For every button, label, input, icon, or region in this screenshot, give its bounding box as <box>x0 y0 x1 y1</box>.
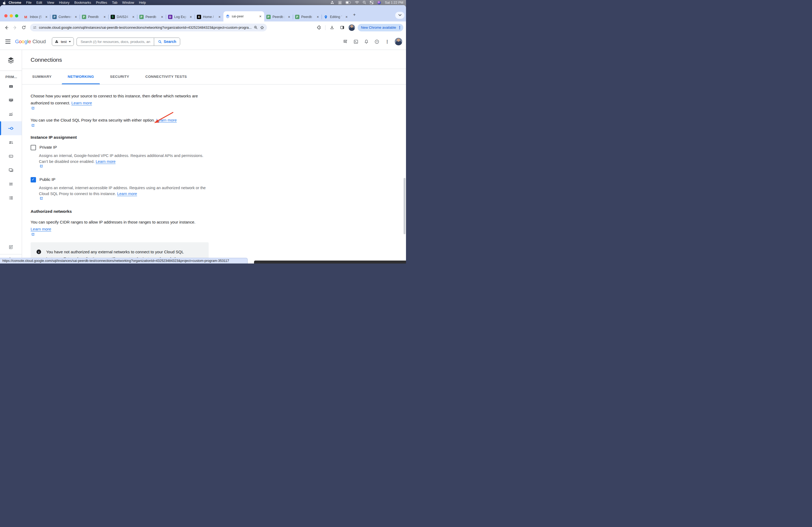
tab-search-button[interactable] <box>395 12 404 19</box>
sidebar-item-replicas[interactable] <box>0 177 22 191</box>
minimize-window-button[interactable] <box>10 14 13 17</box>
tab-x-home[interactable]: X Home / × <box>195 12 223 21</box>
chrome-update-chip[interactable]: New Chrome available ⋮ <box>358 24 403 31</box>
apple-icon[interactable] <box>3 1 6 4</box>
sidebar-item-connections[interactable] <box>0 121 22 135</box>
menubar-item-tab[interactable]: Tab <box>110 1 120 4</box>
sidebar-item-overview[interactable] <box>0 79 22 93</box>
battery-icon[interactable] <box>346 1 351 4</box>
search-icon <box>158 40 162 44</box>
tab-close-icon[interactable]: × <box>45 15 48 19</box>
navigation-menu-icon[interactable] <box>4 37 13 46</box>
peerdb-icon: P <box>295 15 300 19</box>
public-ip-checkbox[interactable] <box>31 177 36 182</box>
cloud-shell-icon[interactable] <box>352 37 360 46</box>
close-window-button[interactable] <box>4 14 8 17</box>
whats-new-icon[interactable] <box>341 37 349 46</box>
downloads-icon[interactable] <box>328 24 336 31</box>
back-button[interactable] <box>3 24 10 31</box>
address-bar[interactable]: console.cloud.google.com/sql/instances/s… <box>30 24 267 31</box>
tab-networking[interactable]: NETWORKING <box>62 69 100 84</box>
chrome-profile-avatar[interactable] <box>349 25 355 31</box>
private-ip-checkbox[interactable] <box>31 145 36 150</box>
new-tab-button[interactable]: + <box>350 12 359 18</box>
tab-connectivity-tests[interactable]: CONNECTIVITY TESTS <box>139 69 193 84</box>
tab-sai-peerdb-active[interactable]: sai-peer × <box>223 11 264 21</box>
tab-close-icon[interactable]: × <box>345 15 348 19</box>
sidebar-item-databases[interactable] <box>0 149 22 163</box>
macos-menubar: Chrome File Edit View History Bookmarks … <box>0 0 406 5</box>
authorized-networks-description: You can specify CIDR ranges to allow IP … <box>31 219 206 236</box>
wifi-icon[interactable] <box>355 1 359 4</box>
tab-close-icon[interactable]: × <box>218 15 221 19</box>
tab-close-icon[interactable]: × <box>189 15 192 19</box>
app-status-icon[interactable] <box>338 1 342 4</box>
tab-peerdb-4[interactable]: P Peerdb × <box>293 12 322 21</box>
side-panel-icon[interactable] <box>338 24 346 31</box>
sidebar-item-release-notes[interactable] <box>0 240 22 254</box>
gcp-search: Search <box>76 37 180 46</box>
private-ip-label[interactable]: Private IP <box>40 145 57 150</box>
page-scrollbar[interactable] <box>404 178 405 234</box>
tab-close-icon[interactable]: × <box>132 15 135 19</box>
reload-button[interactable] <box>20 24 27 31</box>
tab-close-icon[interactable]: × <box>74 15 77 19</box>
zoom-window-button[interactable] <box>15 14 18 17</box>
menubar-item-bookmarks[interactable]: Bookmarks <box>72 1 94 4</box>
stage-manager-icon[interactable] <box>331 1 334 4</box>
account-avatar[interactable] <box>395 38 402 45</box>
help-icon[interactable]: ? <box>373 37 381 46</box>
ip-assignment-heading: Instance IP assignment <box>31 135 406 140</box>
tab-peerdb-1[interactable]: P Peerdb × <box>80 12 108 21</box>
sidebar-item-operations[interactable] <box>0 191 22 205</box>
tab-log-explorer[interactable]: D Log Expl × <box>166 12 195 21</box>
sidebar-item-users[interactable] <box>0 135 22 149</box>
extensions-icon[interactable] <box>315 24 322 31</box>
menubar-item-history[interactable]: History <box>57 1 72 4</box>
more-options-icon[interactable]: ⋮ <box>383 37 391 46</box>
sidebar-item-observability[interactable] <box>0 93 22 107</box>
menubar-item-file[interactable]: File <box>24 1 34 4</box>
url-text[interactable]: console.cloud.google.com/sql/instances/s… <box>39 26 251 30</box>
public-ip-label[interactable]: Public IP <box>40 177 55 182</box>
tab-peerdb-2[interactable]: P Peerdb × <box>137 12 166 21</box>
spotlight-icon[interactable] <box>363 1 366 4</box>
sidebar-item-monitoring[interactable] <box>0 107 22 121</box>
learn-more-link[interactable]: Learn more <box>31 227 206 236</box>
tab-security[interactable]: SECURITY <box>104 69 135 84</box>
sidebar-item-backups[interactable] <box>0 163 22 177</box>
bookmark-star-icon[interactable] <box>260 26 264 30</box>
menubar-item-window[interactable]: Window <box>120 1 136 4</box>
tab-inbox[interactable]: M Inbox (5 × <box>21 12 50 21</box>
forward-button[interactable] <box>11 24 19 31</box>
gcp-search-field[interactable] <box>76 37 154 46</box>
intro-paragraph-1: Choose how you want your source to conne… <box>31 93 206 110</box>
tab-close-icon[interactable]: × <box>160 15 163 19</box>
tab-close-icon[interactable]: × <box>259 15 262 18</box>
tab-close-icon[interactable]: × <box>316 15 319 19</box>
tab-close-icon[interactable]: × <box>103 15 106 19</box>
menubar-item-view[interactable]: View <box>45 1 57 4</box>
gcp-search-input[interactable] <box>80 40 150 44</box>
notifications-bell-icon[interactable] <box>362 37 370 46</box>
tab-peerdb-3[interactable]: P Peerdb ( × <box>264 12 293 21</box>
control-center-icon[interactable] <box>370 1 374 4</box>
menubar-clock[interactable]: Sat 1:22 PM <box>385 1 403 4</box>
tab-close-icon[interactable]: × <box>287 15 291 19</box>
zoom-page-icon[interactable] <box>254 26 258 30</box>
site-settings-icon[interactable] <box>33 26 37 30</box>
menubar-item-profiles[interactable]: Profiles <box>93 1 110 4</box>
gcp-search-button[interactable]: Search <box>154 37 180 46</box>
chrome-menu-icon[interactable]: ⋮ <box>398 25 402 30</box>
menubar-item-help[interactable]: Help <box>137 1 148 4</box>
siri-icon[interactable] <box>377 1 381 4</box>
tab-summary[interactable]: SUMMARY <box>26 69 57 84</box>
tab-conference[interactable]: P Conferen × <box>50 12 80 21</box>
project-picker[interactable]: test <box>52 37 74 46</box>
main-row: PRIM... <box>0 50 406 264</box>
tab-editing-map[interactable]: Editing " × <box>322 12 350 21</box>
menubar-item-edit[interactable]: Edit <box>34 1 45 4</box>
bottom-dark-bar <box>254 260 406 264</box>
menubar-item-chrome[interactable]: Chrome <box>6 1 24 4</box>
tab-dais24[interactable]: DA IS DAIS24 × <box>108 12 137 21</box>
